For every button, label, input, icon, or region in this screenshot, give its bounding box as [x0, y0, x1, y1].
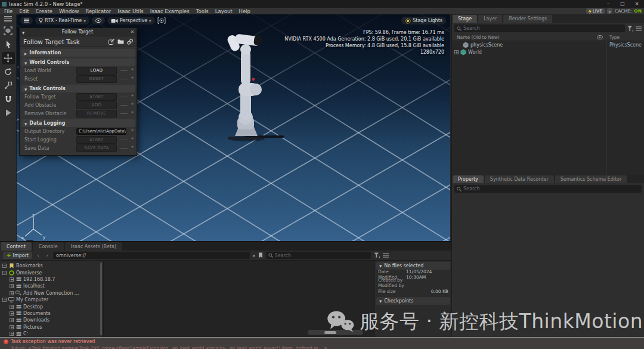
move-tool-button[interactable]: [2, 52, 15, 64]
output-directory-field[interactable]: C:\Users\niic\AppData\Lo: [76, 128, 126, 135]
forward-icon[interactable]: [44, 252, 50, 258]
collapse-icon[interactable]: [2, 298, 7, 302]
options-icon[interactable]: [636, 26, 642, 31]
filter-icon[interactable]: [374, 252, 380, 258]
property-search-input[interactable]: [463, 186, 639, 192]
stage-lights-button[interactable]: Stage Lights: [401, 17, 446, 24]
expand-icon[interactable]: [10, 277, 14, 282]
robot-arm[interactable]: [196, 31, 285, 141]
tab-isaac-assets[interactable]: Isaac Assets (Beta): [65, 242, 123, 251]
scale-tool-button[interactable]: [2, 79, 15, 92]
add-obstacle-button[interactable]: ADD: [76, 101, 117, 109]
panel-titlebar[interactable]: Follow Target ✕: [20, 28, 137, 36]
content-search-input[interactable]: [275, 253, 369, 258]
filter-icon[interactable]: [627, 26, 633, 32]
tab-console[interactable]: Console: [33, 242, 64, 251]
tree-item-desktop[interactable]: Desktop: [0, 303, 103, 310]
stage-row-physics-scene[interactable]: physicsScene PhysicsScene: [452, 41, 644, 48]
toolbar-menu-icon[interactable]: [4, 16, 12, 21]
live-sync-button[interactable]: LIVE: [586, 8, 605, 14]
menu-create[interactable]: Create: [36, 8, 52, 14]
section-world-controls[interactable]: World Controls: [21, 58, 135, 66]
tree-scrollbar[interactable]: [100, 262, 102, 335]
collapse-icon[interactable]: [2, 271, 7, 275]
tree-item-documents[interactable]: Documents: [0, 310, 103, 317]
thumbnail-size-slider[interactable]: [308, 330, 363, 335]
section-data-logging[interactable]: Data Logging: [21, 119, 135, 127]
name-column-header[interactable]: Name (Old to New): [452, 35, 500, 40]
menu-isaac-examples[interactable]: Isaac Examples: [150, 8, 190, 14]
tree-item-omniverse[interactable]: Omniverse: [0, 269, 103, 276]
tree-item-my-computer[interactable]: My Computer: [0, 297, 103, 303]
tree-item-localhost[interactable]: localhost: [0, 283, 103, 289]
menu-edit[interactable]: Edit: [19, 8, 29, 14]
tab-render-settings[interactable]: Render Settings: [503, 15, 552, 23]
content-search[interactable]: [266, 252, 371, 259]
section-information[interactable]: Information: [21, 49, 135, 57]
link-icon[interactable]: [127, 39, 133, 45]
menu-replicator[interactable]: Replicator: [85, 8, 111, 14]
expand-icon[interactable]: [10, 291, 14, 295]
visibility-button[interactable]: [92, 17, 105, 24]
tree-item-server-1[interactable]: 192.168.18.7: [0, 276, 103, 283]
collapse-icon[interactable]: [2, 264, 7, 268]
tab-content[interactable]: Content: [1, 242, 32, 251]
save-data-button[interactable]: SAVE DATA: [76, 144, 117, 152]
gizmo-toggle[interactable]: [157, 17, 166, 24]
expand-icon[interactable]: [10, 332, 14, 336]
camera-selector[interactable]: Perspective: [107, 17, 155, 24]
tab-property[interactable]: Property: [453, 175, 484, 183]
address-bar[interactable]: [53, 252, 250, 259]
tab-stage[interactable]: Stage: [453, 15, 477, 23]
file-grid[interactable]: [104, 261, 374, 337]
edit-icon[interactable]: [109, 39, 114, 45]
reset-button[interactable]: RESET: [76, 75, 117, 83]
back-icon[interactable]: [35, 252, 41, 258]
expand-icon[interactable]: [10, 284, 14, 288]
selection-mode-button[interactable]: [2, 24, 15, 37]
slider-handle[interactable]: [324, 331, 336, 334]
chevron-down-icon[interactable]: [253, 252, 255, 258]
bookmark-icon[interactable]: [258, 252, 263, 258]
menu-isaac-utils[interactable]: Isaac Utils: [117, 8, 143, 14]
play-button[interactable]: [2, 107, 15, 119]
load-button[interactable]: LOAD: [76, 67, 117, 75]
tree-item-downloads[interactable]: Downloads: [0, 317, 103, 323]
expand-icon[interactable]: [10, 305, 14, 309]
remove-obstacle-button[interactable]: REMOVE: [76, 110, 117, 118]
import-button[interactable]: + Import: [3, 252, 32, 259]
renderer-selector[interactable]: RTX - Real-Time: [35, 17, 89, 24]
menu-file[interactable]: File: [4, 8, 13, 14]
expand-icon[interactable]: [10, 325, 14, 329]
tree-item-bookmarks[interactable]: Bookmarks: [0, 262, 103, 269]
snap-tool-button[interactable]: [2, 93, 15, 106]
tab-layer[interactable]: Layer: [478, 15, 502, 23]
section-task-controls[interactable]: Task Controls: [21, 85, 135, 92]
stage-row-world[interactable]: World: [452, 48, 644, 55]
tree-item-c-drive[interactable]: C:: [0, 331, 103, 337]
menu-tools[interactable]: Tools: [196, 8, 209, 14]
type-column-header[interactable]: Type: [609, 35, 620, 40]
minimize-button[interactable]: –: [601, 1, 615, 7]
maximize-button[interactable]: □: [615, 1, 630, 7]
checkpoints-header[interactable]: Checkpoints: [376, 297, 450, 305]
select-tool-button[interactable]: [2, 38, 15, 51]
folder-icon[interactable]: [117, 39, 124, 44]
menu-help[interactable]: Help: [239, 8, 250, 14]
expand-icon[interactable]: [454, 50, 459, 54]
live-dropdown[interactable]: [607, 8, 612, 14]
stage-search[interactable]: [454, 24, 625, 32]
tree-item-pictures[interactable]: Pictures: [0, 324, 103, 331]
expand-icon[interactable]: [10, 311, 14, 316]
close-button[interactable]: ✕: [630, 1, 644, 7]
menu-layout[interactable]: Layout: [215, 8, 233, 14]
tab-synthetic-data-recorder[interactable]: Synthetic Data Recorder: [485, 175, 554, 183]
viewport-menu-button[interactable]: [20, 17, 33, 24]
eye-icon[interactable]: [597, 35, 603, 39]
tree-item-add-connection[interactable]: Add New Connection ...: [0, 290, 103, 297]
expand-icon[interactable]: [10, 318, 14, 322]
options-icon[interactable]: [383, 253, 389, 258]
property-search[interactable]: [454, 185, 642, 193]
panel-close-icon[interactable]: ✕: [131, 29, 134, 35]
stage-search-input[interactable]: [463, 26, 623, 31]
